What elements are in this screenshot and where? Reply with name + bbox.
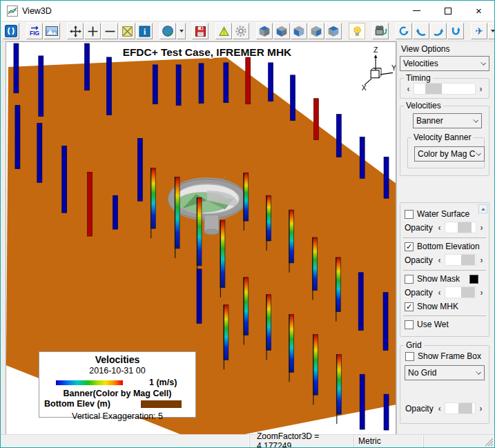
view-isometric-button[interactable]: [325, 23, 342, 39]
view-left-button[interactable]: [273, 23, 290, 39]
app-icon: [7, 6, 18, 17]
opacity-thumb[interactable]: [461, 255, 475, 265]
water-surface-checkbox[interactable]: [405, 210, 414, 219]
show-frame-box-row: Show Frame Box: [405, 351, 486, 361]
velocity-colorbar: [56, 380, 123, 385]
velocity-banner: [14, 43, 19, 93]
pan-button[interactable]: [67, 23, 84, 39]
banner-color-select[interactable]: Color by Mag C: [414, 146, 485, 162]
timing-left-arrow[interactable]: ‹: [403, 83, 414, 95]
cube-left-icon: [275, 25, 288, 37]
timing-right-arrow[interactable]: ›: [476, 83, 486, 95]
window-title: View3D: [22, 6, 52, 16]
rotate-reset-button[interactable]: [396, 23, 412, 39]
view3d-window: View3D × FIG: [0, 0, 495, 448]
legend-timestamp: 2016-10-31 00: [39, 366, 195, 376]
svg-text:Z: Z: [373, 46, 378, 54]
info-button[interactable]: i: [136, 23, 153, 39]
velocities-style-select[interactable]: Banner: [413, 113, 482, 128]
timing-track[interactable]: [414, 83, 476, 95]
water-surface-row: Water Surface: [405, 209, 487, 219]
fit-view-icon: [5, 25, 17, 37]
velocity-banner: [289, 315, 294, 382]
export-figure-button[interactable]: FIG: [26, 23, 43, 39]
velocity-banner: [197, 197, 202, 275]
maximize-button[interactable]: [432, 1, 463, 21]
view-mode-select[interactable]: Velocities: [400, 56, 489, 71]
opacity-left-arrow[interactable]: ‹: [434, 222, 445, 233]
scroll-up-button[interactable]: [478, 204, 487, 213]
velocity-banner: [266, 295, 271, 360]
fit-to-window-button[interactable]: [3, 23, 19, 39]
mask-color-swatch[interactable]: [469, 275, 478, 284]
opacity-thumb[interactable]: [458, 403, 472, 413]
globe-button[interactable]: [159, 23, 176, 39]
rotate-vertical-button[interactable]: [447, 23, 464, 39]
export-animation-button[interactable]: [372, 23, 389, 39]
fig-export-icon: FIG: [28, 26, 41, 37]
velocity-banner-label: Velocity Banner: [411, 133, 473, 142]
divider: [403, 237, 486, 238]
resize-grip[interactable]: [485, 438, 494, 447]
legend: Velocities 2016-10-31 00 1 (m/s) Banner(…: [39, 351, 196, 418]
grid-select[interactable]: No Grid: [405, 365, 485, 380]
zoom-in-button[interactable]: [84, 23, 101, 39]
zoom-out-button[interactable]: [101, 23, 118, 39]
view-top-button[interactable]: [256, 23, 273, 39]
show-mhk-row: ✓ Show MHK: [405, 302, 487, 311]
view-front-button[interactable]: [291, 23, 307, 39]
opacity-left-arrow[interactable]: ‹: [434, 402, 445, 414]
velocity-banner: [358, 273, 363, 331]
globe-dropdown[interactable]: [177, 23, 186, 39]
cube-iso-icon: [327, 25, 340, 37]
view-right-button[interactable]: [308, 23, 324, 39]
opacity-left-arrow[interactable]: ‹: [434, 286, 445, 298]
legend-bottom-label: Bottom Elev (m): [44, 399, 110, 409]
airplane-icon: ✈: [475, 26, 483, 36]
velocity-banner: [313, 335, 318, 405]
velocity-banner: [106, 57, 111, 115]
zoom-box-icon: [122, 26, 133, 37]
velocity-banner: [246, 57, 251, 104]
use-wet-checkbox[interactable]: [405, 320, 414, 329]
lighting-button[interactable]: [349, 23, 365, 39]
fly-through-dropdown[interactable]: [488, 23, 495, 39]
timing-thumb[interactable]: [425, 84, 442, 94]
vertical-exaggeration-button[interactable]: [215, 23, 232, 39]
opacity-thumb[interactable]: [461, 287, 475, 298]
velocity-banner: [336, 115, 341, 157]
show-mask-checkbox[interactable]: [405, 275, 414, 284]
minus-icon: [104, 26, 116, 37]
rotate-reset-icon: [398, 25, 410, 37]
show-mask-row: Show Mask: [405, 274, 487, 284]
divider: [403, 270, 486, 271]
show-mhk-checkbox[interactable]: ✓: [405, 302, 414, 311]
velocity-banner: [291, 75, 295, 121]
show-frame-box-checkbox[interactable]: [405, 352, 414, 361]
panel-header: View Options: [401, 44, 489, 54]
chevron-down-icon: [481, 60, 486, 66]
fly-through-button[interactable]: ✈: [471, 23, 487, 39]
settings-button[interactable]: [233, 23, 249, 39]
picture-icon: [46, 26, 58, 36]
scene-title: EFDC+ Test Case, IFREMER MHK: [123, 46, 292, 58]
velocity-banner: [384, 394, 389, 430]
opacity-left-arrow[interactable]: ‹: [434, 254, 445, 266]
3d-viewport[interactable]: EFDC+ Test Case, IFREMER MHK Z Y X Veloc…: [6, 41, 396, 435]
bottom-elevation-checkbox[interactable]: ✓: [405, 242, 414, 251]
minimize-button[interactable]: [401, 1, 432, 21]
save-image-button[interactable]: [43, 23, 60, 39]
opacity-right-arrow[interactable]: ›: [476, 286, 487, 298]
velocity-banner-group: Velocity Banner Color by Mag C: [407, 137, 485, 168]
legend-title: Velocities: [39, 354, 195, 365]
rotate-clockwise-button[interactable]: [430, 23, 447, 39]
opacity-right-arrow[interactable]: ›: [476, 222, 487, 233]
rotate-counterclockwise-button[interactable]: [413, 23, 429, 39]
save-button[interactable]: [192, 23, 208, 39]
opacity-right-arrow[interactable]: ›: [476, 402, 486, 414]
zoom-window-button[interactable]: [119, 23, 135, 39]
close-button[interactable]: ×: [463, 1, 494, 21]
svg-text:X: X: [362, 84, 367, 92]
opacity-right-arrow[interactable]: ›: [476, 254, 487, 266]
opacity-thumb[interactable]: [458, 222, 472, 233]
